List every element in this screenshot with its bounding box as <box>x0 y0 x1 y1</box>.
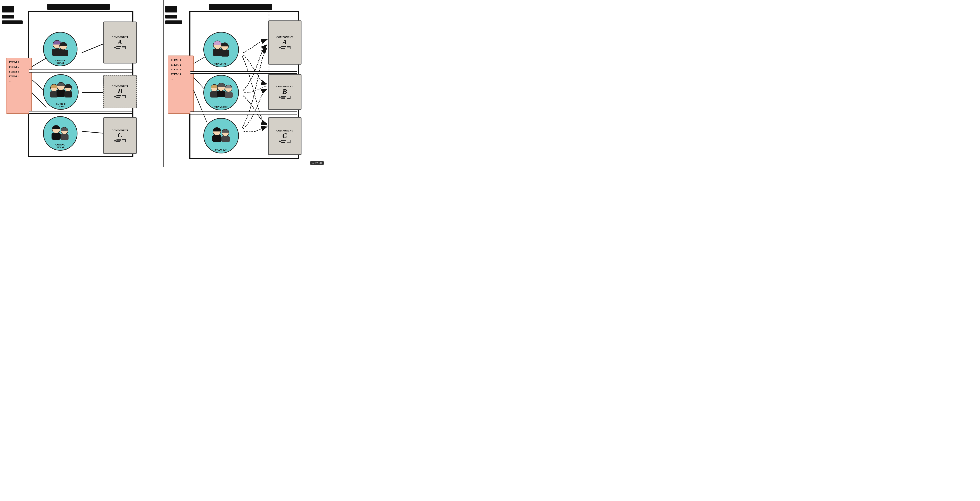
right-backlog-item-more: ... <box>171 76 191 81</box>
comp-b-team-circle: COMP BTEAM <box>43 74 78 110</box>
left-sep-1 <box>29 70 132 73</box>
comp-c-team-label: COMP CTEAM <box>55 143 65 150</box>
svg-rect-32 <box>221 50 229 57</box>
right-backlog: ITEM 1 ITEM 2 ITEM 3 ITEM 4 ... <box>168 56 194 114</box>
right-component-b-box: COMPONENT B <box>268 74 301 110</box>
team-wu-people-svg <box>204 119 238 153</box>
left-comp-c-letter: C <box>118 132 122 138</box>
right-sep-1 <box>191 71 297 74</box>
backlog-item-more: ... <box>9 79 29 84</box>
right-title-bar <box>209 4 272 10</box>
svg-rect-40 <box>212 135 221 142</box>
team-shu-people-svg <box>204 76 238 110</box>
team-wei-people-svg <box>204 32 238 67</box>
comp-a-team-label: COMP ATEAM <box>55 59 65 66</box>
backlog-item-3: ITEM 3 <box>9 69 29 74</box>
svg-rect-20 <box>64 91 72 97</box>
right-comp-c-icons <box>279 140 291 143</box>
comp-c-team-circle: COMP CTEAM <box>43 116 78 151</box>
svg-rect-38 <box>225 92 232 98</box>
left-backlog: ITEM 1 ITEM 2 ITEM 3 ITEM 4 ... <box>6 58 32 114</box>
right-corner-bar <box>165 6 177 13</box>
left-component-b-box: COMPONENT B <box>103 75 137 108</box>
team-shu-label: TEAM SHU <box>214 106 228 110</box>
svg-rect-24 <box>61 134 68 140</box>
backlog-item-4: ITEM 4 <box>9 74 29 79</box>
left-sep-2 <box>29 111 132 114</box>
left-panel: ITEM 1 ITEM 2 ITEM 3 ITEM 4 ... <box>0 0 163 167</box>
left-comp-b-icons <box>114 95 126 99</box>
right-backlog-item-2: ITEM 2 <box>171 62 191 67</box>
right-backlog-item-1: ITEM 1 <box>171 58 191 62</box>
left-title-bar <box>47 4 110 10</box>
right-backlog-item-3: ITEM 3 <box>171 67 191 72</box>
right-comp-b-icons <box>279 96 291 99</box>
left-comp-a-letter: A <box>118 38 122 45</box>
team-wei-circle: TEAM WEI <box>204 32 239 67</box>
comp-a-team-circle: COMP ATEAM <box>43 32 78 66</box>
left-corner-bar3 <box>2 21 22 24</box>
left-corner-bar2 <box>2 15 14 19</box>
team-wu-label: TEAM WU <box>215 149 227 153</box>
right-comp-a-letter: A <box>282 38 287 45</box>
svg-rect-18 <box>57 90 65 97</box>
right-component-a-box: COMPONENT A <box>268 21 301 65</box>
right-comp-c-letter: C <box>282 132 287 139</box>
right-panel: ITEM 1 ITEM 2 ITEM 3 ITEM 4 ... <box>164 0 326 167</box>
svg-rect-42 <box>221 136 230 142</box>
backlog-item-2: ITEM 2 <box>9 65 29 69</box>
right-corner-bar2 <box>165 15 177 19</box>
left-corner-bar <box>2 6 14 13</box>
left-comp-b-letter: B <box>118 87 122 94</box>
right-corner-bar3 <box>165 21 182 24</box>
backlog-item-1: ITEM 1 <box>9 60 29 65</box>
svg-rect-14 <box>59 50 68 56</box>
svg-rect-36 <box>217 91 225 97</box>
team-shu-circle: TEAM SHU <box>204 75 239 110</box>
left-comp-c-icons <box>114 139 126 142</box>
right-sep-2 <box>191 111 297 115</box>
left-comp-a-icons <box>114 46 126 49</box>
right-component-c-box: COMPONENT C <box>268 117 301 155</box>
right-backlog-item-4: ITEM 4 <box>171 72 191 76</box>
cc-badge: cc BY-ND <box>310 161 324 165</box>
right-comp-a-icons <box>279 46 291 49</box>
svg-rect-22 <box>52 133 61 140</box>
team-wu-circle: TEAM WU <box>204 118 239 153</box>
left-component-a-box: COMPONENT A <box>103 22 137 64</box>
comp-b-team-label: COMP BTEAM <box>56 102 66 109</box>
diagram-container: ITEM 1 ITEM 2 ITEM 3 ITEM 4 ... <box>0 0 326 167</box>
team-wei-label: TEAM WEI <box>215 63 228 67</box>
left-component-c-box: COMPONENT C <box>103 117 137 154</box>
right-comp-b-letter: B <box>282 88 287 95</box>
